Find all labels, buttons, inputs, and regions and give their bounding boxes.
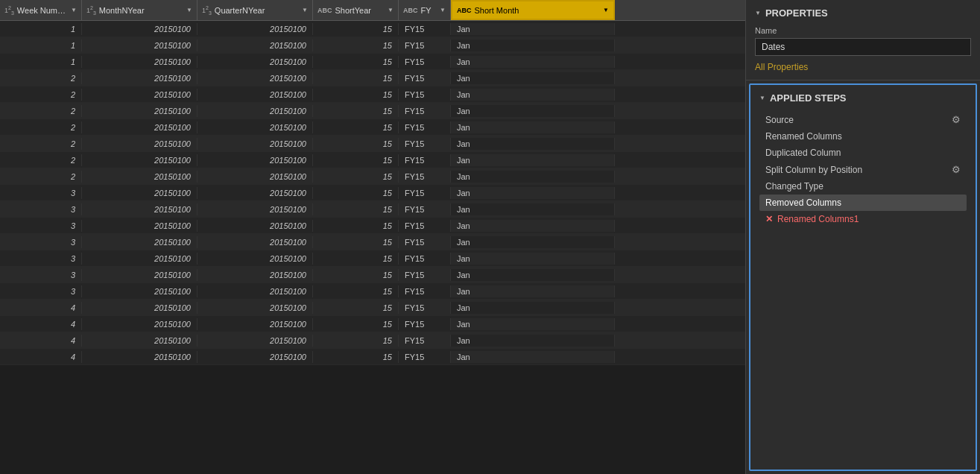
cell-weeknumber: 1 xyxy=(0,23,82,35)
cell-monthnyear: 20150100 xyxy=(82,187,197,199)
table-row: 2201501002015010015FY15Jan xyxy=(0,86,745,103)
cell-shortyear: 15 xyxy=(313,220,399,232)
type-icon-shortmonth: ABC xyxy=(457,7,472,14)
cell-weeknumber: 4 xyxy=(0,318,82,330)
cell-monthnyear: 20150100 xyxy=(82,285,197,297)
cell-monthnyear: 20150100 xyxy=(82,154,197,166)
cell-shortyear: 15 xyxy=(313,351,399,363)
sort-icon-shortyear: ▼ xyxy=(388,7,393,13)
cell-shortyear: 15 xyxy=(313,318,399,330)
cell-monthnyear: 20150100 xyxy=(82,236,197,248)
cell-monthnyear: 20150100 xyxy=(82,105,197,117)
col-header-shortyear[interactable]: ABCShortYear▼ xyxy=(313,0,399,20)
cell-quarternyear: 20150100 xyxy=(197,171,313,183)
cell-weeknumber: 2 xyxy=(0,72,82,84)
table-row: 3201501002015010015FY15Jan xyxy=(0,267,745,283)
data-table-panel: 123Week Number▼123MonthNYear▼123QuarterN… xyxy=(0,0,745,474)
cell-fy: FY15 xyxy=(399,187,451,199)
cell-shortmonth: Jan xyxy=(451,121,615,133)
cell-shortmonth: Jan xyxy=(451,253,615,265)
cell-quarternyear: 20150100 xyxy=(197,220,313,232)
col-header-shortmonth[interactable]: ABCShort Month▼ xyxy=(451,0,615,20)
type-icon-quarternyear: 123 xyxy=(202,5,212,16)
cell-fy: FY15 xyxy=(399,285,451,297)
col-label-quarternyear: QuarterNYear xyxy=(215,6,299,15)
step-gear-source[interactable]: ⚙ xyxy=(952,114,961,125)
table-row: 3201501002015010015FY15Jan xyxy=(0,250,745,267)
col-header-monthnyear[interactable]: 123MonthNYear▼ xyxy=(82,0,197,20)
applied-steps-title: ▼ APPLIED STEPS xyxy=(759,92,967,104)
table-row: 2201501002015010015FY15Jan xyxy=(0,136,745,152)
cell-weeknumber: 3 xyxy=(0,269,82,281)
step-item-removed-columns[interactable]: Removed Columns xyxy=(759,195,967,211)
properties-triangle: ▼ xyxy=(755,10,761,16)
cell-weeknumber: 4 xyxy=(0,302,82,314)
cell-monthnyear: 20150100 xyxy=(82,171,197,183)
cell-fy: FY15 xyxy=(399,121,451,133)
applied-steps-section: ▼ APPLIED STEPS Source⚙Renamed ColumnsDu… xyxy=(749,83,977,471)
step-item-source[interactable]: Source⚙ xyxy=(759,111,967,128)
cell-weeknumber: 4 xyxy=(0,351,82,363)
cell-shortyear: 15 xyxy=(313,105,399,117)
cell-fy: FY15 xyxy=(399,253,451,265)
table-row: 3201501002015010015FY15Jan xyxy=(0,283,745,300)
col-label-weeknumber: Week Number xyxy=(17,6,68,15)
cell-fy: FY15 xyxy=(399,89,451,101)
cell-fy: FY15 xyxy=(399,105,451,117)
col-header-quarternyear[interactable]: 123QuarterNYear▼ xyxy=(197,0,313,20)
cell-shortmonth: Jan xyxy=(451,56,615,68)
cell-quarternyear: 20150100 xyxy=(197,56,313,68)
table-header: 123Week Number▼123MonthNYear▼123QuarterN… xyxy=(0,0,745,21)
cell-shortyear: 15 xyxy=(313,138,399,150)
step-item-renamed-columns1[interactable]: ✕Renamed Columns1 xyxy=(759,211,967,227)
cell-shortmonth: Jan xyxy=(451,269,615,281)
type-icon-shortyear: ABC xyxy=(317,7,332,14)
cell-shortyear: 15 xyxy=(313,23,399,35)
cell-fy: FY15 xyxy=(399,236,451,248)
step-item-split-column-by-position[interactable]: Split Column by Position⚙ xyxy=(759,161,967,178)
col-header-weeknumber[interactable]: 123Week Number▼ xyxy=(0,0,82,20)
sort-icon-fy: ▼ xyxy=(440,7,446,13)
cell-monthnyear: 20150100 xyxy=(82,220,197,232)
col-header-fy[interactable]: ABCFY▼ xyxy=(399,0,451,20)
table-body[interactable]: 1201501002015010015FY15Jan12015010020150… xyxy=(0,21,745,474)
step-label-duplicated-column: Duplicated Column xyxy=(765,148,841,158)
cell-weeknumber: 3 xyxy=(0,220,82,232)
cell-shortmonth: Jan xyxy=(451,187,615,199)
step-error-icon: ✕ xyxy=(765,214,773,224)
cell-monthnyear: 20150100 xyxy=(82,23,197,35)
all-properties-link[interactable]: All Properties xyxy=(755,62,808,72)
step-item-duplicated-column[interactable]: Duplicated Column xyxy=(759,145,967,161)
step-item-changed-type[interactable]: Changed Type xyxy=(759,178,967,195)
cell-weeknumber: 2 xyxy=(0,138,82,150)
cell-quarternyear: 20150100 xyxy=(197,187,313,199)
cell-quarternyear: 20150100 xyxy=(197,285,313,297)
step-gear-split-column-by-position[interactable]: ⚙ xyxy=(952,164,961,175)
name-input[interactable] xyxy=(755,38,971,56)
cell-shortyear: 15 xyxy=(313,171,399,183)
cell-fy: FY15 xyxy=(399,335,451,347)
cell-fy: FY15 xyxy=(399,72,451,84)
cell-shortyear: 15 xyxy=(313,285,399,297)
cell-weeknumber: 3 xyxy=(0,187,82,199)
applied-steps-triangle: ▼ xyxy=(759,95,765,101)
table-row: 4201501002015010015FY15Jan xyxy=(0,316,745,332)
step-label-changed-type: Changed Type xyxy=(765,181,823,192)
cell-shortmonth: Jan xyxy=(451,302,615,314)
step-item-renamed-columns[interactable]: Renamed Columns xyxy=(759,128,967,145)
cell-shortmonth: Jan xyxy=(451,335,615,347)
table-row: 1201501002015010015FY15Jan xyxy=(0,21,745,37)
cell-monthnyear: 20150100 xyxy=(82,203,197,215)
col-label-fy: FY xyxy=(421,6,437,15)
cell-fy: FY15 xyxy=(399,171,451,183)
applied-steps-heading: APPLIED STEPS xyxy=(770,92,847,104)
cell-monthnyear: 20150100 xyxy=(82,72,197,84)
cell-weeknumber: 2 xyxy=(0,121,82,133)
cell-shortyear: 15 xyxy=(313,72,399,84)
cell-monthnyear: 20150100 xyxy=(82,138,197,150)
sort-icon-weeknumber: ▼ xyxy=(71,7,77,13)
cell-shortmonth: Jan xyxy=(451,154,615,166)
table-row: 2201501002015010015FY15Jan xyxy=(0,168,745,185)
cell-monthnyear: 20150100 xyxy=(82,335,197,347)
type-icon-fy: ABC xyxy=(403,7,418,14)
